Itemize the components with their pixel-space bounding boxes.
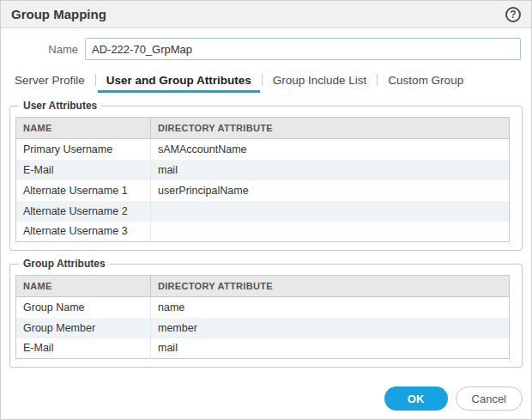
- column-header-name: NAME: [16, 276, 151, 297]
- table-row[interactable]: Alternate Username 2: [16, 201, 510, 222]
- table-row[interactable]: E-Mail mail: [16, 338, 510, 359]
- cell-name: Group Member: [16, 318, 151, 338]
- table-row[interactable]: Group Name name: [16, 297, 510, 318]
- cell-directory-attribute[interactable]: [151, 201, 510, 222]
- table-row[interactable]: Alternate Username 1 userPrincipalName: [16, 180, 510, 201]
- cell-directory-attribute[interactable]: mail: [151, 160, 510, 180]
- cell-name: Alternate Username 2: [16, 201, 151, 222]
- cell-directory-attribute[interactable]: sAMAccountName: [151, 139, 510, 160]
- cell-name: Primary Username: [16, 139, 151, 160]
- cell-name: E-Mail: [16, 160, 151, 180]
- cell-directory-attribute[interactable]: [151, 222, 510, 242]
- group-attributes-section: Group Attributes NAME DIRECTORY ATTRIBUT…: [9, 258, 523, 368]
- tab-custom-group[interactable]: Custom Group: [379, 67, 472, 93]
- column-header-directory-attribute: DIRECTORY ATTRIBUTE: [151, 118, 510, 139]
- name-label: Name: [11, 43, 85, 56]
- cell-directory-attribute[interactable]: userPrincipalName: [151, 180, 510, 201]
- dialog-footer: OK Cancel: [384, 387, 523, 411]
- table-row[interactable]: Primary Username sAMAccountName: [16, 139, 510, 160]
- cell-name: E-Mail: [16, 338, 151, 359]
- tab-server-profile[interactable]: Server Profile: [6, 67, 94, 93]
- cell-directory-attribute[interactable]: name: [151, 297, 510, 318]
- table-row[interactable]: E-Mail mail: [16, 160, 510, 180]
- column-header-directory-attribute: DIRECTORY ATTRIBUTE: [151, 276, 510, 297]
- dialog-title: Group Mapping: [11, 7, 106, 21]
- table-row[interactable]: Alternate Username 3: [16, 222, 510, 242]
- name-row: Name: [1, 28, 531, 64]
- cell-name: Alternate Username 1: [16, 180, 151, 201]
- group-attributes-legend: Group Attributes: [19, 258, 110, 270]
- user-attributes-table: NAME DIRECTORY ATTRIBUTE Primary Usernam…: [15, 117, 510, 242]
- tab-bar: Server Profile User and Group Attributes…: [1, 64, 531, 93]
- dialog-titlebar: Group Mapping ?: [1, 1, 531, 28]
- tab-separator: [262, 74, 263, 86]
- table-header-row: NAME DIRECTORY ATTRIBUTE: [16, 118, 510, 139]
- cell-directory-attribute[interactable]: mail: [151, 338, 510, 359]
- tab-group-include-list[interactable]: Group Include List: [264, 67, 376, 93]
- group-mapping-dialog: Group Mapping ? Name Server Profile User…: [0, 0, 532, 420]
- table-row[interactable]: Group Member member: [16, 318, 510, 338]
- user-attributes-legend: User Attributes: [19, 100, 101, 112]
- cell-name: Alternate Username 3: [16, 222, 151, 242]
- user-attributes-section: User Attributes NAME DIRECTORY ATTRIBUTE…: [9, 100, 523, 251]
- cell-directory-attribute[interactable]: member: [151, 318, 510, 338]
- cancel-button[interactable]: Cancel: [456, 387, 523, 411]
- cell-name: Group Name: [16, 297, 151, 318]
- tab-separator: [95, 74, 96, 86]
- help-icon[interactable]: ?: [505, 7, 521, 22]
- column-header-name: NAME: [16, 118, 151, 139]
- group-attributes-table: NAME DIRECTORY ATTRIBUTE Group Name name…: [15, 275, 510, 359]
- tab-separator: [377, 74, 378, 86]
- ok-button[interactable]: OK: [384, 387, 448, 411]
- name-input[interactable]: [85, 38, 521, 60]
- tab-user-and-group-attributes[interactable]: User and Group Attributes: [98, 67, 260, 93]
- table-header-row: NAME DIRECTORY ATTRIBUTE: [16, 276, 510, 297]
